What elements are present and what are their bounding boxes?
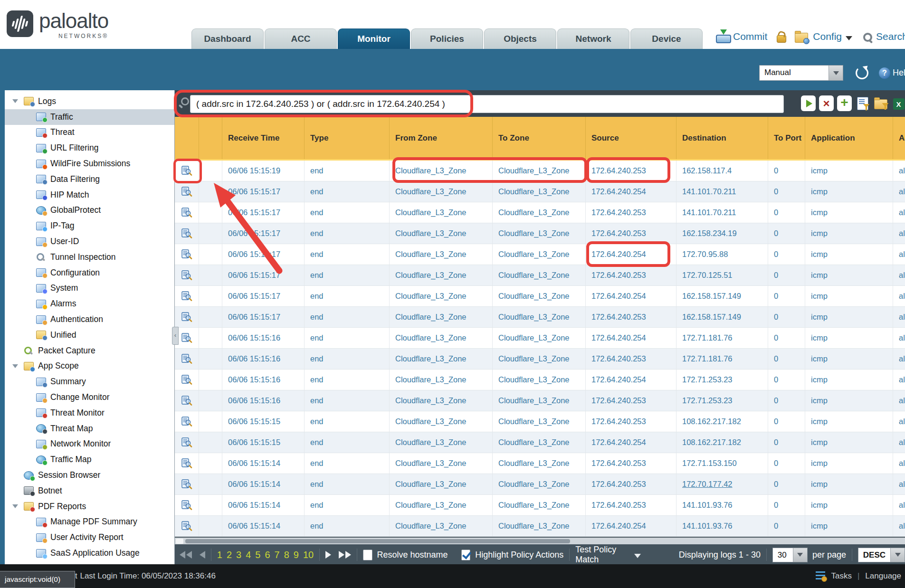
log-detail-icon[interactable] xyxy=(175,307,199,327)
page-number-3[interactable]: 3 xyxy=(236,550,241,560)
log-detail-icon[interactable] xyxy=(175,161,199,181)
log-detail-icon[interactable] xyxy=(175,286,199,306)
column-header-to-zone[interactable]: To Zone xyxy=(493,117,586,159)
sidebar-item-network-monitor[interactable]: Network Monitor xyxy=(5,436,174,452)
language-button[interactable]: Language xyxy=(865,571,901,581)
sidebar-item-system[interactable]: System xyxy=(5,281,174,296)
sidebar-item-packet-capture[interactable]: Packet Capture xyxy=(5,343,174,359)
commit-icon[interactable] xyxy=(715,30,730,43)
commit-button[interactable]: Commit xyxy=(733,31,767,42)
expander-triangle-icon[interactable] xyxy=(12,364,18,368)
config-caret-icon[interactable] xyxy=(846,36,852,40)
sidebar-item-app-scope[interactable]: App Scope xyxy=(5,359,174,374)
tab-acc[interactable]: ACC xyxy=(265,28,337,49)
page-number-4[interactable]: 4 xyxy=(246,550,251,560)
column-header-destination[interactable]: Destination xyxy=(676,117,768,159)
add-filter-button[interactable]: + xyxy=(837,95,852,111)
column-header-source[interactable]: Source xyxy=(586,117,676,159)
page-number-2[interactable]: 2 xyxy=(227,550,232,560)
config-button[interactable]: Config xyxy=(813,31,842,42)
highlight-policy-actions-checkbox[interactable] xyxy=(461,550,471,560)
scroll-left-button[interactable] xyxy=(176,539,183,544)
sidebar-item-data-filtering[interactable]: Data Filtering xyxy=(5,171,174,187)
tasks-icon[interactable] xyxy=(816,571,825,581)
sidebar-item-traffic-map[interactable]: Traffic Map xyxy=(5,452,174,467)
last-page-button[interactable] xyxy=(339,551,351,559)
sidebar-item-user-activity-report[interactable]: User Activity Report xyxy=(5,530,174,545)
page-number-1[interactable]: 1 xyxy=(217,550,222,560)
page-number-10[interactable]: 10 xyxy=(303,550,314,560)
per-page-select[interactable]: 30 xyxy=(772,548,808,562)
log-detail-icon[interactable] xyxy=(175,516,199,536)
page-number-9[interactable]: 9 xyxy=(294,550,299,560)
sidebar-item-unified[interactable]: Unified xyxy=(5,327,174,343)
sidebar-item-configuration[interactable]: Configuration xyxy=(5,265,174,281)
sidebar-item-url-filtering[interactable]: URL Filtering xyxy=(5,140,174,156)
search-icon[interactable] xyxy=(862,32,873,43)
expander-triangle-icon[interactable] xyxy=(12,504,18,508)
page-number-8[interactable]: 8 xyxy=(284,550,289,560)
sidebar-item-wildfire-submissions[interactable]: WildFire Submissions xyxy=(5,156,174,171)
sidebar-item-summary[interactable]: Summary xyxy=(5,374,174,389)
column-header-type[interactable]: Type xyxy=(305,117,390,159)
page-number-7[interactable]: 7 xyxy=(275,550,280,560)
tab-monitor[interactable]: Monitor xyxy=(338,28,410,49)
page-number-5[interactable]: 5 xyxy=(255,550,260,560)
resolve-hostname-checkbox[interactable] xyxy=(363,550,372,560)
sidebar-item-alarms[interactable]: Alarms xyxy=(5,296,174,312)
column-header-receive-time[interactable]: Receive Time xyxy=(222,117,305,159)
first-page-button[interactable] xyxy=(180,551,192,559)
log-detail-icon[interactable] xyxy=(175,244,199,265)
log-detail-icon[interactable] xyxy=(175,453,199,474)
tab-device[interactable]: Device xyxy=(630,28,703,49)
column-header-to-port[interactable]: To Port xyxy=(768,117,805,159)
sidebar-item-pdf-reports[interactable]: PDF Reports xyxy=(5,499,174,514)
log-detail-icon[interactable] xyxy=(175,411,199,432)
test-policy-match-menu[interactable]: Test Policy Match xyxy=(575,545,641,565)
column-header-ac[interactable]: Ac xyxy=(893,117,905,159)
refresh-interval-select[interactable]: Manual xyxy=(759,65,843,81)
column-header-from-zone[interactable]: From Zone xyxy=(390,117,493,159)
sidebar-item-hip-match[interactable]: HIP Match xyxy=(5,187,174,203)
log-detail-icon[interactable] xyxy=(175,390,199,411)
tab-network[interactable]: Network xyxy=(557,28,629,49)
apply-filter-button[interactable] xyxy=(801,95,816,111)
sidebar-item-botnet[interactable]: Botnet xyxy=(5,483,174,499)
clear-filter-button[interactable]: × xyxy=(819,95,834,111)
search-button[interactable]: Search xyxy=(876,31,905,42)
log-detail-icon[interactable] xyxy=(175,265,199,285)
sidebar-item-change-monitor[interactable]: Change Monitor xyxy=(5,389,174,405)
log-detail-icon[interactable] xyxy=(175,495,199,515)
log-detail-icon[interactable] xyxy=(175,370,199,390)
help-label[interactable]: Help xyxy=(893,68,905,78)
sidebar-item-session-browser[interactable]: Session Browser xyxy=(5,467,174,483)
log-detail-icon[interactable] xyxy=(175,202,199,223)
log-detail-icon[interactable] xyxy=(175,223,199,244)
previous-page-button[interactable] xyxy=(200,551,205,559)
refresh-interval-dropdown-button[interactable] xyxy=(829,66,843,80)
log-detail-icon[interactable] xyxy=(175,432,199,453)
sidebar-item-manage-pdf-summary[interactable]: Manage PDF Summary xyxy=(5,514,174,530)
refresh-icon[interactable] xyxy=(856,66,868,79)
cell-destination[interactable]: 172.70.177.42 xyxy=(676,474,768,494)
horizontal-scrollbar[interactable] xyxy=(175,537,905,544)
filter-builder-button[interactable] xyxy=(855,95,870,111)
sidebar-item-threat-monitor[interactable]: Threat Monitor xyxy=(5,405,174,421)
tab-objects[interactable]: Objects xyxy=(484,28,556,49)
sidebar-item-ip-tag[interactable]: IP-Tag xyxy=(5,218,174,234)
next-page-button[interactable] xyxy=(325,551,331,559)
log-detail-icon[interactable] xyxy=(175,349,199,369)
sidebar-item-authentication[interactable]: Authentication xyxy=(5,312,174,327)
log-detail-icon[interactable] xyxy=(175,181,199,202)
sidebar-item-user-id[interactable]: User-ID xyxy=(5,234,174,249)
sort-order-select[interactable]: DESC xyxy=(858,548,905,562)
sidebar-item-saas-application-usage[interactable]: SaaS Application Usage xyxy=(5,545,174,561)
sidebar-item-logs[interactable]: Logs xyxy=(5,94,174,109)
lock-icon[interactable] xyxy=(777,35,786,43)
sidebar-collapse-handle[interactable]: ‹ xyxy=(172,327,179,345)
log-detail-icon[interactable] xyxy=(175,474,199,494)
tab-policies[interactable]: Policies xyxy=(411,28,483,49)
page-number-6[interactable]: 6 xyxy=(265,550,270,560)
help-icon[interactable]: ? xyxy=(879,67,890,79)
load-filter-button[interactable] xyxy=(873,95,888,111)
